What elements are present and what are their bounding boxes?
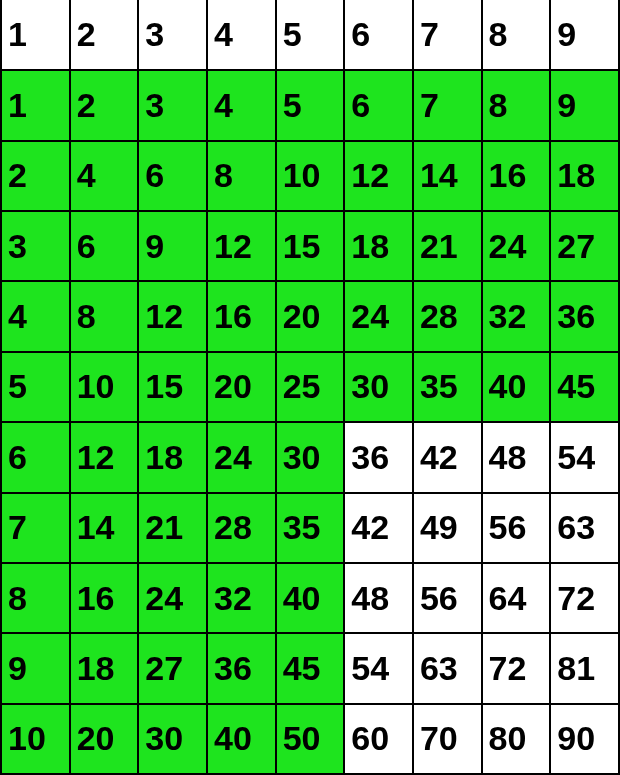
table-cell: 40 [482, 352, 551, 422]
table-cell: 21 [138, 493, 207, 563]
table-row: 4 8 12 16 20 24 28 32 36 [1, 281, 619, 351]
table-cell: 63 [413, 633, 482, 703]
table-cell: 54 [344, 633, 413, 703]
multiplication-table: 1 2 3 4 5 6 7 8 9 1 2 3 4 5 6 7 8 9 2 4 … [0, 0, 620, 775]
table-cell: 27 [138, 633, 207, 703]
table-cell: 40 [276, 563, 345, 633]
table-cell: 15 [276, 211, 345, 281]
header-cell: 3 [138, 0, 207, 70]
table-cell: 6 [70, 211, 139, 281]
table-cell: 70 [413, 704, 482, 774]
table-cell: 28 [207, 493, 276, 563]
table-cell: 56 [482, 493, 551, 563]
table-cell: 40 [207, 704, 276, 774]
table-cell: 12 [70, 422, 139, 492]
table-cell: 60 [344, 704, 413, 774]
table-cell: 18 [550, 141, 619, 211]
table-cell: 49 [413, 493, 482, 563]
table-cell: 14 [413, 141, 482, 211]
table-cell: 5 [1, 352, 70, 422]
table-cell: 30 [138, 704, 207, 774]
table-cell: 21 [413, 211, 482, 281]
table-cell: 3 [138, 70, 207, 140]
table-cell: 20 [70, 704, 139, 774]
table-row: 5 10 15 20 25 30 35 40 45 [1, 352, 619, 422]
table-cell: 6 [1, 422, 70, 492]
table-cell: 32 [482, 281, 551, 351]
table-cell: 6 [344, 70, 413, 140]
header-cell: 6 [344, 0, 413, 70]
header-cell: 5 [276, 0, 345, 70]
table-cell: 1 [1, 70, 70, 140]
table-row: 3 6 9 12 15 18 21 24 27 [1, 211, 619, 281]
table-cell: 72 [550, 563, 619, 633]
table-cell: 12 [344, 141, 413, 211]
table-cell: 7 [1, 493, 70, 563]
table-cell: 12 [207, 211, 276, 281]
table-cell: 10 [70, 352, 139, 422]
table-cell: 8 [482, 70, 551, 140]
table-row: 10 20 30 40 50 60 70 80 90 [1, 704, 619, 774]
table-cell: 9 [1, 633, 70, 703]
table-cell: 54 [550, 422, 619, 492]
table-cell: 8 [207, 141, 276, 211]
table-cell: 8 [70, 281, 139, 351]
table-row: 1 2 3 4 5 6 7 8 9 [1, 70, 619, 140]
table-cell: 10 [1, 704, 70, 774]
table-cell: 20 [276, 281, 345, 351]
table-cell: 42 [413, 422, 482, 492]
header-cell: 8 [482, 0, 551, 70]
table-cell: 24 [482, 211, 551, 281]
table-cell: 4 [70, 141, 139, 211]
table-cell: 6 [138, 141, 207, 211]
table-cell: 30 [276, 422, 345, 492]
header-row: 1 2 3 4 5 6 7 8 9 [1, 0, 619, 70]
table-cell: 9 [138, 211, 207, 281]
table-cell: 16 [482, 141, 551, 211]
table-cell: 35 [413, 352, 482, 422]
table-cell: 9 [550, 70, 619, 140]
table-cell: 81 [550, 633, 619, 703]
table-cell: 72 [482, 633, 551, 703]
table-cell: 36 [207, 633, 276, 703]
table-cell: 50 [276, 704, 345, 774]
table-cell: 56 [413, 563, 482, 633]
table-cell: 63 [550, 493, 619, 563]
table-cell: 32 [207, 563, 276, 633]
table-cell: 5 [276, 70, 345, 140]
table-cell: 27 [550, 211, 619, 281]
table-cell: 15 [138, 352, 207, 422]
table-cell: 48 [344, 563, 413, 633]
table-cell: 4 [1, 281, 70, 351]
table-cell: 20 [207, 352, 276, 422]
table-cell: 4 [207, 70, 276, 140]
table-cell: 18 [70, 633, 139, 703]
table-cell: 10 [276, 141, 345, 211]
table-cell: 24 [344, 281, 413, 351]
table-row: 8 16 24 32 40 48 56 64 72 [1, 563, 619, 633]
header-cell: 1 [1, 0, 70, 70]
table-cell: 7 [413, 70, 482, 140]
table-cell: 18 [344, 211, 413, 281]
table-cell: 14 [70, 493, 139, 563]
table-cell: 2 [70, 70, 139, 140]
table-row: 2 4 6 8 10 12 14 16 18 [1, 141, 619, 211]
header-cell: 9 [550, 0, 619, 70]
table-row: 9 18 27 36 45 54 63 72 81 [1, 633, 619, 703]
table-cell: 12 [138, 281, 207, 351]
header-cell: 2 [70, 0, 139, 70]
header-cell: 4 [207, 0, 276, 70]
table-cell: 35 [276, 493, 345, 563]
table-cell: 16 [70, 563, 139, 633]
table-cell: 24 [138, 563, 207, 633]
table-row: 6 12 18 24 30 36 42 48 54 [1, 422, 619, 492]
table-cell: 36 [550, 281, 619, 351]
header-cell: 7 [413, 0, 482, 70]
table-cell: 42 [344, 493, 413, 563]
table-row: 7 14 21 28 35 42 49 56 63 [1, 493, 619, 563]
table-cell: 90 [550, 704, 619, 774]
table-cell: 45 [550, 352, 619, 422]
table-cell: 80 [482, 704, 551, 774]
table-cell: 30 [344, 352, 413, 422]
multiplication-table-container: 1 2 3 4 5 6 7 8 9 1 2 3 4 5 6 7 8 9 2 4 … [0, 0, 620, 775]
